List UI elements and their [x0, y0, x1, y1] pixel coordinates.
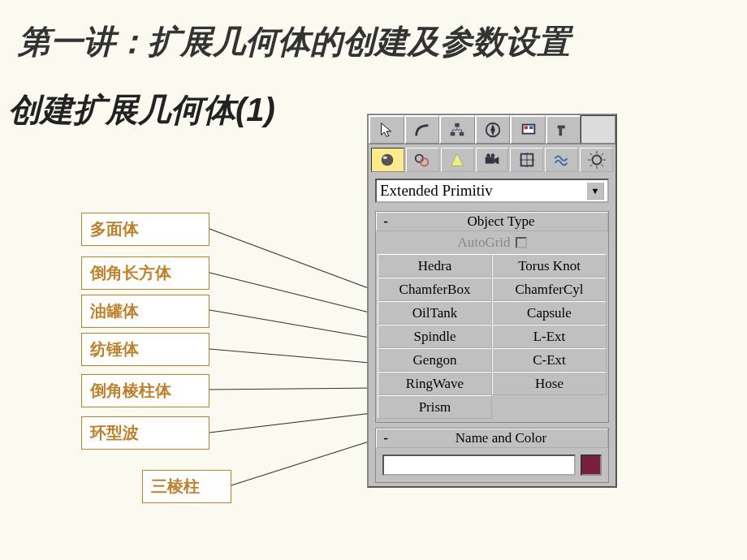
name-color-body: [376, 448, 608, 482]
svg-rect-11: [486, 157, 494, 163]
hammer-icon: [555, 121, 572, 139]
btn-torus-knot[interactable]: Torus Knot: [492, 254, 607, 278]
shapes-icon: [413, 151, 431, 169]
btn-c-ext[interactable]: C-Ext: [492, 348, 607, 372]
btn-capsule[interactable]: Capsule: [492, 301, 607, 325]
chevron-down-icon: ▼: [586, 182, 604, 200]
svg-rect-0: [456, 123, 460, 127]
command-panel: Extended Primitiv ▼ - Object Type AutoGr…: [367, 114, 617, 488]
btn-gengon[interactable]: Gengon: [378, 348, 492, 372]
svg-rect-5: [524, 126, 528, 129]
category-shapes[interactable]: [406, 148, 439, 172]
arrow-cursor-icon: [378, 121, 395, 139]
tab-blank: [581, 115, 615, 144]
display-icon: [520, 121, 538, 139]
svg-rect-1: [451, 132, 456, 136]
btn-l-ext[interactable]: L-Ext: [492, 325, 607, 348]
svg-point-10: [421, 158, 428, 166]
light-icon: [448, 151, 466, 169]
btn-hedra[interactable]: Hedra: [378, 254, 492, 278]
spacewarp-icon: [553, 151, 571, 169]
autogrid-row: AutoGrid: [376, 231, 608, 254]
callout-polyhedron: 多面体: [81, 213, 209, 246]
geometry-icon: [378, 151, 396, 169]
object-color-swatch[interactable]: [581, 454, 602, 476]
svg-rect-6: [529, 126, 533, 129]
callout-gengon: 倒角棱柱体: [81, 374, 209, 407]
helper-icon: [518, 151, 536, 169]
subcategory-dropdown[interactable]: Extended Primitiv ▼: [375, 179, 609, 203]
category-lights[interactable]: [441, 148, 474, 172]
hierarchy-icon: [448, 121, 466, 139]
subcategory-row: Extended Primitiv ▼: [369, 175, 615, 206]
page-title-sub: 创建扩展几何体(1): [8, 88, 275, 132]
object-type-buttons: Hedra Torus Knot ChamferBox ChamferCyl O…: [376, 254, 608, 422]
callout-ringwave: 环型波: [81, 416, 209, 450]
category-row: [369, 144, 615, 175]
rollout-toggle-icon: -: [377, 430, 395, 446]
rollout-name-color: - Name and Color: [375, 428, 609, 483]
rollout-title-text: Object Type: [395, 213, 607, 230]
callout-spindle: 纺锤体: [81, 333, 209, 366]
compass-icon: [484, 121, 502, 139]
tab-modify[interactable]: [404, 115, 440, 144]
tab-motion[interactable]: [475, 115, 511, 144]
svg-point-13: [491, 153, 495, 157]
rollout-header-object-type[interactable]: - Object Type: [376, 212, 608, 231]
category-systems[interactable]: [580, 148, 613, 172]
main-tabs: [369, 115, 615, 144]
page-title-main: 第一讲：扩展几何体的创建及参数设置: [18, 19, 570, 64]
btn-prism[interactable]: Prism: [378, 395, 492, 419]
rollout-object-type: - Object Type AutoGrid Hedra Torus Knot …: [375, 211, 609, 423]
callout-chamferbox: 倒角长方体: [81, 256, 209, 290]
svg-rect-2: [460, 132, 464, 136]
btn-oiltank[interactable]: OilTank: [378, 301, 492, 325]
rollout-toggle-icon: -: [377, 213, 395, 230]
system-icon: [588, 151, 606, 169]
svg-point-12: [486, 153, 490, 157]
tab-display[interactable]: [510, 115, 546, 144]
object-name-input[interactable]: [382, 454, 576, 476]
callout-oiltank: 油罐体: [81, 295, 209, 328]
category-geometry[interactable]: [371, 148, 404, 172]
rollout-header-name-color[interactable]: - Name and Color: [376, 429, 608, 448]
tab-utilities[interactable]: [546, 115, 581, 144]
category-cameras[interactable]: [476, 148, 509, 172]
btn-chamferbox[interactable]: ChamferBox: [378, 278, 492, 301]
btn-spindle[interactable]: Spindle: [378, 325, 492, 348]
autogrid-label: AutoGrid: [457, 235, 510, 251]
btn-ringwave[interactable]: RingWave: [378, 372, 492, 395]
camera-icon: [483, 151, 501, 169]
svg-point-7: [382, 154, 394, 166]
tab-create[interactable]: [369, 115, 404, 144]
rollout-title-text: Name and Color: [395, 430, 607, 446]
autogrid-checkbox[interactable]: [516, 237, 527, 248]
tab-hierarchy[interactable]: [439, 115, 475, 144]
callout-prism: 三棱柱: [142, 470, 231, 503]
btn-hose[interactable]: Hose: [492, 372, 607, 395]
btn-chamfercyl[interactable]: ChamferCyl: [492, 278, 607, 301]
svg-point-8: [383, 156, 388, 159]
svg-point-9: [416, 155, 423, 162]
category-helpers[interactable]: [510, 148, 543, 172]
dropdown-text: Extended Primitiv: [380, 182, 493, 200]
svg-point-15: [592, 156, 601, 165]
category-spacewarps[interactable]: [545, 148, 578, 172]
arc-icon: [413, 121, 431, 139]
